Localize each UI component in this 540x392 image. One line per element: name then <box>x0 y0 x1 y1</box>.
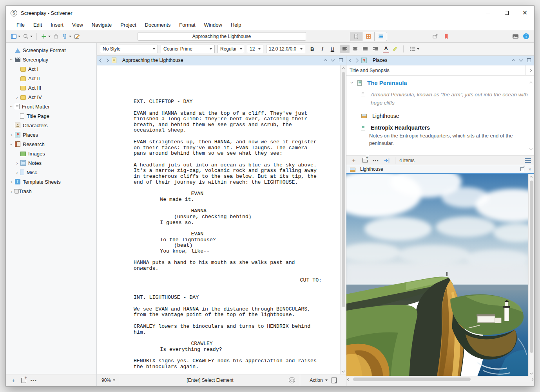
outline-group-row[interactable]: The Peninsula <box>349 79 528 86</box>
outline-synopsis-row[interactable]: Armund Peninsula, known as “the arm”, ju… <box>349 91 528 107</box>
share-button[interactable] <box>431 32 439 41</box>
back-button[interactable] <box>349 58 353 62</box>
binder-item[interactable]: Research <box>6 139 96 149</box>
binder-item[interactable]: Front Matter <box>6 102 96 111</box>
more-options-button[interactable]: ••• <box>371 156 380 165</box>
menu-item[interactable]: Documents <box>141 21 175 29</box>
outline-view-button[interactable] <box>375 32 387 41</box>
more-options-button[interactable]: ••• <box>29 376 38 385</box>
document-view-button[interactable] <box>350 32 362 41</box>
scroll-down-arrow[interactable] <box>530 370 533 376</box>
menu-item[interactable]: Format <box>175 21 199 29</box>
editor-page[interactable]: EXT. CLIFFTOP - DAYEVAN and HANNA stand … <box>97 65 340 374</box>
font-variant-select[interactable]: Regular <box>217 45 244 53</box>
scrollbar-thumb[interactable] <box>342 72 345 307</box>
binder-item[interactable]: Places <box>6 130 96 139</box>
minimize-button[interactable] <box>479 6 497 20</box>
image-vertical-scrollbar[interactable] <box>528 174 534 376</box>
forward-button[interactable] <box>105 58 109 62</box>
next-document-button[interactable] <box>331 58 335 62</box>
add-item-button[interactable] <box>40 32 51 41</box>
expand-chevron-icon[interactable] <box>9 57 14 62</box>
previous-document-button[interactable] <box>324 59 328 63</box>
binder-item[interactable]: Screenplay Format <box>6 45 96 55</box>
scroll-left-arrow[interactable] <box>348 377 350 382</box>
expand-chevron-icon[interactable] <box>9 142 14 147</box>
outline-item-row[interactable]: Lighthouse <box>349 113 528 119</box>
search-button[interactable] <box>22 32 33 41</box>
media-button[interactable] <box>511 32 520 41</box>
menu-item[interactable]: Help <box>227 21 246 29</box>
scroll-right-arrow[interactable] <box>531 377 533 382</box>
add-folder-button[interactable] <box>19 376 28 385</box>
bookmark-button[interactable] <box>442 32 450 41</box>
outline-item-row[interactable]: Entropix Headquarters <box>349 125 528 131</box>
text-color-button[interactable]: A <box>383 45 389 52</box>
binder-item[interactable]: Act II <box>6 74 96 83</box>
add-folder-button[interactable] <box>361 156 369 165</box>
scroll-up-arrow[interactable] <box>342 65 344 71</box>
back-button[interactable] <box>100 58 103 62</box>
maximize-button[interactable] <box>497 6 516 20</box>
binder-item[interactable]: Characters <box>6 121 96 130</box>
action-menu[interactable]: Action <box>300 374 346 386</box>
image-horizontal-scrollbar[interactable] <box>346 376 534 382</box>
document-title-field[interactable]: Approaching the Lighthouse <box>138 32 306 41</box>
binder-item[interactable]: Act IV <box>6 92 96 102</box>
add-document-button[interactable]: + <box>350 156 358 165</box>
expand-chevron-icon[interactable] <box>9 189 14 194</box>
previous-document-button[interactable] <box>512 59 516 63</box>
italic-button[interactable]: I <box>319 45 325 53</box>
close-button[interactable]: ✕ <box>516 6 534 20</box>
expand-chevron-icon[interactable] <box>9 132 14 137</box>
expand-chevron-icon[interactable] <box>14 170 20 175</box>
corkboard-view-button[interactable] <box>362 32 375 41</box>
font-select[interactable]: Courier Prime <box>161 45 215 53</box>
expand-chevron-icon[interactable] <box>350 80 355 85</box>
menu-item[interactable]: Edit <box>29 21 46 29</box>
align-right-button[interactable] <box>371 45 380 53</box>
align-justify-button[interactable] <box>361 45 370 53</box>
scroll-down-arrow[interactable] <box>530 145 532 152</box>
open-external-icon[interactable] <box>520 167 524 171</box>
expand-chevron-icon[interactable] <box>9 104 14 109</box>
list-format-button[interactable] <box>409 45 420 53</box>
split-editor-button[interactable] <box>339 58 343 62</box>
add-document-button[interactable]: + <box>9 376 18 385</box>
expand-chevron-icon[interactable] <box>9 179 14 184</box>
zoom-selector[interactable]: 90% <box>97 374 120 386</box>
expand-chevron-icon[interactable] <box>14 95 20 100</box>
menu-item[interactable]: Window <box>200 21 227 29</box>
attach-button[interactable] <box>61 32 72 41</box>
scroll-up-arrow[interactable] <box>530 79 532 86</box>
focus-target-icon[interactable] <box>289 377 295 383</box>
menu-item[interactable]: Navigate <box>87 21 116 29</box>
align-center-button[interactable] <box>350 45 360 53</box>
binder-item[interactable]: Trash <box>6 186 96 196</box>
menu-item[interactable]: View <box>68 21 87 29</box>
binder-toggle-button[interactable] <box>10 32 21 41</box>
scroll-down-arrow[interactable] <box>342 369 344 374</box>
forward-button[interactable] <box>355 58 359 62</box>
binder-item[interactable]: Misc. <box>6 168 96 177</box>
font-size-select[interactable]: 12 <box>247 45 263 53</box>
menu-item[interactable]: Insert <box>46 21 68 29</box>
editor-vertical-scrollbar[interactable] <box>340 65 346 374</box>
binder-item[interactable]: Notes <box>6 158 96 168</box>
close-panel-icon[interactable]: × <box>528 167 531 172</box>
outline-column-header[interactable]: Title and Synopsis <box>346 65 534 76</box>
scroll-up-arrow[interactable] <box>530 174 533 179</box>
column-expand-button[interactable] <box>526 65 534 75</box>
binder-item[interactable]: Act I <box>6 64 96 74</box>
style-select[interactable]: No Style <box>100 45 158 53</box>
scrollbar-thumb[interactable] <box>530 181 533 353</box>
outline-mode-icon[interactable] <box>525 158 531 163</box>
binder-item[interactable]: Title Page <box>6 111 96 121</box>
line-spacing-select[interactable]: 12.0 12.0/0.0 <box>266 45 305 53</box>
align-left-button[interactable] <box>340 45 350 53</box>
trash-button[interactable] <box>52 32 60 41</box>
compose-button[interactable] <box>73 32 81 41</box>
split-editor-button[interactable] <box>527 58 531 62</box>
menu-item[interactable]: File <box>12 21 29 29</box>
next-document-button[interactable] <box>519 58 523 62</box>
